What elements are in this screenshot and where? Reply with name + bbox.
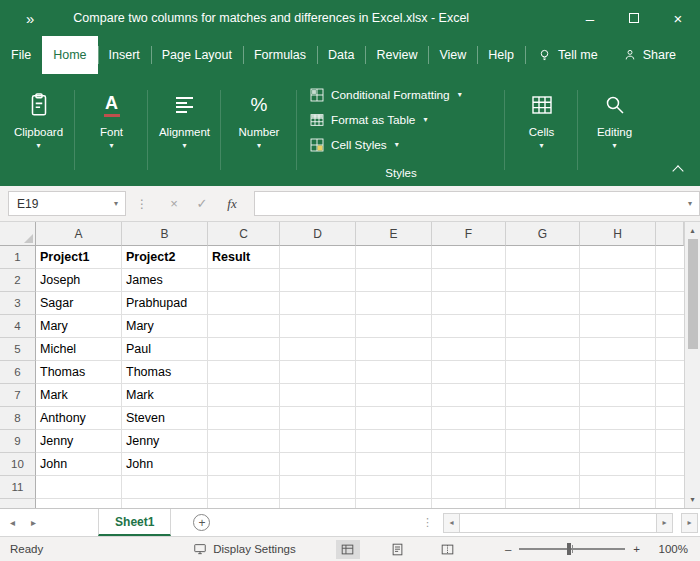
cell-G4[interactable]	[506, 315, 580, 338]
ribbon-group-alignment[interactable]: Alignment ▾	[148, 74, 221, 186]
cell-B8[interactable]: Steven	[122, 407, 208, 430]
cell-G9[interactable]	[506, 430, 580, 453]
tab-view[interactable]: View	[428, 36, 477, 74]
ribbon-group-editing[interactable]: Editing ▾	[578, 74, 651, 186]
cell-F5[interactable]	[432, 338, 506, 361]
cell-B10[interactable]: John	[122, 453, 208, 476]
cell-G3[interactable]	[506, 292, 580, 315]
cell-A7[interactable]: Mark	[36, 384, 122, 407]
cell-H4[interactable]	[580, 315, 656, 338]
tab-data[interactable]: Data	[317, 36, 365, 74]
cell-A4[interactable]: Mary	[36, 315, 122, 338]
scroll-right-icon[interactable]: ▸	[656, 513, 673, 533]
sheet-bar-splitter-icon[interactable]: ⋮	[422, 516, 433, 529]
cell-G1[interactable]	[506, 246, 580, 269]
cell-A8[interactable]: Anthony	[36, 407, 122, 430]
cell-B6[interactable]: Thomas	[122, 361, 208, 384]
cell-A10[interactable]: John	[36, 453, 122, 476]
cell-B3[interactable]: Prabhupad	[122, 292, 208, 315]
column-header-E[interactable]: E	[356, 222, 432, 246]
enter-check-icon[interactable]: ✓	[188, 196, 216, 211]
cell-F11[interactable]	[432, 476, 506, 499]
cell-H5[interactable]	[580, 338, 656, 361]
cell-H6[interactable]	[580, 361, 656, 384]
collapse-ribbon-icon[interactable]	[672, 165, 683, 176]
cell-G8[interactable]	[506, 407, 580, 430]
name-box[interactable]: E19 ▾	[8, 191, 126, 216]
cell-E3[interactable]	[356, 292, 432, 315]
row-header-11[interactable]: 11	[0, 476, 36, 499]
zoom-slider-thumb[interactable]	[567, 543, 571, 555]
row-header-2[interactable]: 2	[0, 269, 36, 292]
row-header-3[interactable]: 3	[0, 292, 36, 315]
cell-G7[interactable]	[506, 384, 580, 407]
cell-D3[interactable]	[280, 292, 356, 315]
cell-A5[interactable]: Michel	[36, 338, 122, 361]
vertical-scrollbar-track[interactable]	[685, 349, 700, 491]
column-header-C[interactable]: C	[208, 222, 280, 246]
cell-styles-button[interactable]: Cell Styles ▾	[309, 132, 505, 157]
conditional-formatting-button[interactable]: Conditional Formatting ▾	[309, 82, 505, 107]
cell-F1[interactable]	[432, 246, 506, 269]
cell-B9[interactable]: Jenny	[122, 430, 208, 453]
minimize-button[interactable]: –	[568, 0, 612, 36]
row-header-6[interactable]: 6	[0, 361, 36, 384]
cell-C7[interactable]	[208, 384, 280, 407]
tab-formulas[interactable]: Formulas	[243, 36, 317, 74]
scroll-right-corner-icon[interactable]: ▸	[681, 513, 698, 533]
column-header-B[interactable]: B	[122, 222, 208, 246]
tab-review[interactable]: Review	[365, 36, 428, 74]
cell-E4[interactable]	[356, 315, 432, 338]
column-header-F[interactable]: F	[432, 222, 506, 246]
cell-F7[interactable]	[432, 384, 506, 407]
cell-E8[interactable]	[356, 407, 432, 430]
cell-H11[interactable]	[580, 476, 656, 499]
name-box-dropdown-icon[interactable]: ▾	[107, 199, 125, 208]
cell-F9[interactable]	[432, 430, 506, 453]
sheet-nav-right-icon[interactable]: ▸	[31, 517, 36, 528]
format-as-table-button[interactable]: Format as Table ▾	[309, 107, 505, 132]
maximize-button[interactable]	[612, 0, 656, 36]
new-sheet-button[interactable]: +	[193, 514, 210, 531]
cell-F6[interactable]	[432, 361, 506, 384]
cell-E2[interactable]	[356, 269, 432, 292]
cell-C11[interactable]	[208, 476, 280, 499]
cell-E6[interactable]	[356, 361, 432, 384]
sheet-nav-left-icon[interactable]: ◂	[10, 517, 15, 528]
column-header-H[interactable]: H	[580, 222, 656, 246]
formula-input[interactable]: ▾	[254, 191, 700, 216]
vertical-scrollbar-thumb[interactable]	[688, 239, 698, 349]
formula-bar-handle-icon[interactable]: ⋮	[136, 197, 148, 211]
cell-C2[interactable]	[208, 269, 280, 292]
close-button[interactable]: ×	[656, 0, 700, 36]
cell-G6[interactable]	[506, 361, 580, 384]
column-header-G[interactable]: G	[506, 222, 580, 246]
cell-F10[interactable]	[432, 453, 506, 476]
tab-page-layout[interactable]: Page Layout	[151, 36, 243, 74]
row-header-9[interactable]: 9	[0, 430, 36, 453]
tab-insert[interactable]: Insert	[98, 36, 151, 74]
cell-H8[interactable]	[580, 407, 656, 430]
cell-B5[interactable]: Paul	[122, 338, 208, 361]
horizontal-scrollbar[interactable]: ◂ ▸ ▸	[443, 513, 700, 533]
share-button[interactable]: Share	[615, 36, 684, 74]
zoom-out-button[interactable]: –	[505, 543, 511, 555]
cell-C5[interactable]	[208, 338, 280, 361]
cell-F3[interactable]	[432, 292, 506, 315]
cell-C3[interactable]	[208, 292, 280, 315]
quick-access-toolbar-icon[interactable]: »	[26, 10, 33, 27]
cell-C4[interactable]	[208, 315, 280, 338]
page-layout-view-button[interactable]	[386, 540, 410, 559]
cell-H2[interactable]	[580, 269, 656, 292]
cell-C10[interactable]	[208, 453, 280, 476]
zoom-level[interactable]: 100%	[652, 543, 688, 555]
tell-me-button[interactable]: Tell me	[525, 36, 610, 74]
tab-help[interactable]: Help	[477, 36, 525, 74]
cell-H3[interactable]	[580, 292, 656, 315]
cell-D11[interactable]	[280, 476, 356, 499]
cell-A9[interactable]: Jenny	[36, 430, 122, 453]
ribbon-group-cells[interactable]: Cells ▾	[505, 74, 578, 186]
ribbon-group-number[interactable]: % Number ▾	[221, 74, 297, 186]
cell-H10[interactable]	[580, 453, 656, 476]
formula-bar-expand-icon[interactable]: ▾	[681, 199, 699, 208]
